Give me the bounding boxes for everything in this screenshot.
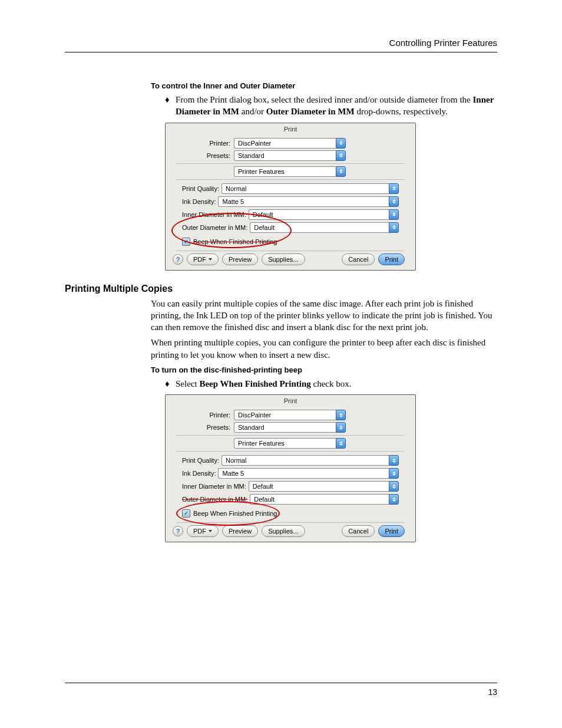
divider (176, 435, 405, 436)
page: Controlling Printer Features To control … (0, 0, 562, 728)
dialog-title: Print (166, 123, 415, 136)
preview-button[interactable]: Preview (222, 525, 258, 537)
dropdown-arrows-icon (336, 138, 346, 149)
procedure-heading-1: To control the Inner and Outer Diameter (151, 81, 497, 90)
page-number: 13 (488, 687, 497, 697)
divider (176, 251, 405, 251)
outer-diameter-select[interactable]: Default (250, 494, 399, 505)
print-quality-select[interactable]: Normal (222, 183, 399, 194)
print-quality-select[interactable]: Normal (222, 455, 399, 466)
ink-density-label: Ink Density: (182, 198, 218, 205)
printer-features-group: Print Quality: Normal Ink Density: Matte… (182, 455, 399, 519)
bullet-1: ♦ From the Print dialog box, select the … (165, 94, 497, 118)
supplies-button[interactable]: Supplies... (262, 525, 305, 537)
screenshot-1: Print Printer: DiscPainter Presets: Stan… (165, 123, 497, 271)
divider (176, 451, 405, 452)
dropdown-arrows-icon (389, 196, 399, 207)
section2-p2: When printing multiple copies, you can c… (151, 337, 497, 361)
printer-value: DiscPainter (238, 140, 271, 147)
presets-value: Standard (238, 424, 265, 431)
beep-checkbox[interactable]: ✓ Beep When Finished Printing (182, 509, 277, 518)
print-quality-value: Normal (226, 457, 246, 464)
pane-value: Printer Features (238, 440, 285, 447)
checkmark-icon: ✓ (182, 238, 190, 246)
beep-checkbox[interactable]: ✓ Beep When Finished Printing (182, 238, 277, 246)
divider (176, 522, 405, 523)
outer-diameter-value: Default (254, 224, 275, 231)
help-button[interactable]: ? (173, 526, 183, 536)
dropdown-arrows-icon (389, 468, 399, 479)
ink-density-value: Matte 5 (222, 198, 244, 205)
printer-features-group: Print Quality: Normal Ink Density: Matte… (182, 183, 399, 247)
dropdown-arrows-icon (389, 183, 399, 194)
section-title: Printing Multiple Copies (65, 284, 497, 294)
bullet-1-b2: Outer Diameter in MM (266, 107, 355, 116)
header-rule (65, 52, 497, 52)
supplies-button[interactable]: Supplies... (262, 253, 305, 265)
printer-label: Printer: (176, 140, 234, 147)
dropdown-arrows-icon (336, 422, 346, 433)
help-button[interactable]: ? (173, 254, 183, 265)
outer-diameter-label: Outer Diameter in MM: (182, 224, 250, 231)
beep-label: Beep When Finished Printing (193, 510, 277, 517)
divider (176, 163, 405, 164)
bullet-2-pre: Select (176, 379, 199, 388)
preview-button[interactable]: Preview (222, 253, 258, 265)
dropdown-arrows-icon (389, 209, 399, 220)
button-bar: ? PDF Preview Supplies... Cancel Print (173, 525, 408, 537)
print-quality-value: Normal (226, 185, 246, 192)
print-button[interactable]: Print (378, 525, 405, 537)
bullet-1-post: drop-downs, respectively. (355, 107, 448, 116)
bullet-2-b: Beep When Finished Printing (199, 379, 310, 388)
dropdown-arrows-icon (336, 438, 346, 449)
printer-select[interactable]: DiscPainter (234, 138, 346, 149)
presets-select[interactable]: Standard (234, 150, 346, 161)
inner-diameter-label: Inner Diameter in MM: (182, 483, 249, 490)
pane-select[interactable]: Printer Features (234, 166, 346, 177)
inner-diameter-select[interactable]: Default (249, 209, 399, 220)
inner-diameter-select[interactable]: Default (249, 481, 399, 492)
printer-select[interactable]: DiscPainter (234, 410, 346, 420)
presets-label: Presets: (176, 152, 234, 159)
button-bar: ? PDF Preview Supplies... Cancel Print (173, 253, 408, 265)
diamond-bullet-icon: ♦ (165, 94, 176, 118)
cancel-button[interactable]: Cancel (342, 253, 375, 265)
print-dialog: Print Printer: DiscPainter Presets: Stan… (165, 123, 416, 271)
page-body: To control the Inner and Outer Diameter … (65, 77, 497, 546)
procedure-heading-2: To turn on the disc-finished-printing be… (151, 365, 497, 374)
section2-p1: You can easily print multiple copies of … (151, 298, 497, 334)
ink-density-label: Ink Density: (182, 470, 218, 477)
inner-diameter-label: Inner Diameter in MM: (182, 211, 249, 218)
pane-select[interactable]: Printer Features (234, 438, 346, 449)
pane-value: Printer Features (238, 168, 285, 175)
dropdown-arrows-icon (389, 481, 399, 492)
dropdown-arrows-icon (336, 166, 346, 177)
ink-density-select[interactable]: Matte 5 (218, 468, 399, 479)
dropdown-arrows-icon (336, 410, 346, 420)
presets-value: Standard (238, 152, 265, 159)
bullet-2: ♦ Select Beep When Finished Printing che… (165, 378, 497, 390)
outer-diameter-select[interactable]: Default (250, 222, 399, 233)
bullet-1-text: From the Print dialog box, select the de… (176, 94, 497, 118)
print-quality-label: Print Quality: (182, 185, 222, 192)
bullet-1-mid: and/or (239, 107, 266, 116)
dropdown-arrows-icon (336, 150, 346, 161)
pdf-menu-button[interactable]: PDF (187, 525, 219, 537)
dialog-title: Print (166, 395, 415, 408)
page-header: Controlling Printer Features (389, 38, 497, 48)
outer-diameter-label: Outer Diameter in MM: (182, 496, 250, 503)
presets-label: Presets: (176, 424, 234, 431)
footer-rule (65, 683, 497, 683)
dropdown-arrows-icon (389, 222, 399, 233)
presets-select[interactable]: Standard (234, 422, 346, 433)
print-button[interactable]: Print (378, 253, 405, 265)
ink-density-select[interactable]: Matte 5 (218, 196, 399, 207)
bullet-2-text: Select Beep When Finished Printing check… (176, 378, 497, 390)
printer-value: DiscPainter (238, 411, 271, 419)
checkmark-icon: ✓ (182, 509, 190, 518)
screenshot-2: Print Printer: DiscPainter Presets: Stan… (165, 394, 497, 542)
cancel-button[interactable]: Cancel (342, 525, 375, 537)
pdf-menu-button[interactable]: PDF (187, 253, 219, 265)
inner-diameter-value: Default (253, 211, 273, 218)
bullet-1-pre: From the Print dialog box, select the de… (176, 95, 472, 104)
